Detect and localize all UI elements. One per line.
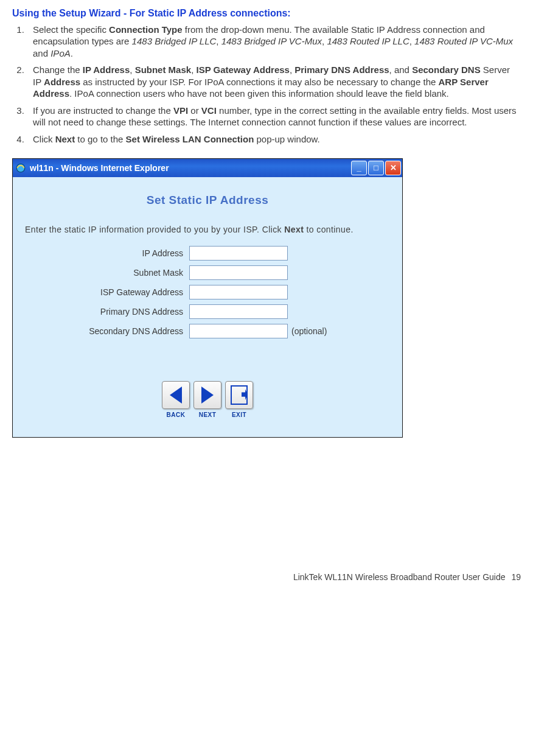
window-titlebar: wl11n - Windows Internet Explorer _ □ ✕ [13,159,402,177]
steps-list: Select the specific Connection Type from… [27,24,521,145]
step-1: Select the specific Connection Type from… [27,24,521,60]
input-subnet-mask[interactable] [189,265,288,280]
back-button[interactable]: BACK [162,381,190,419]
step-4: Click Next to go to the Set Wireless LAN… [27,133,521,145]
label-secondary-dns: Secondary DNS Address [25,326,189,337]
label-primary-dns: Primary DNS Address [25,306,189,317]
wizard-window: wl11n - Windows Internet Explorer _ □ ✕ … [12,158,403,438]
window-title: wl11n - Windows Internet Explorer [30,163,169,173]
input-isp-gateway[interactable] [189,285,288,299]
ie-icon [15,163,26,173]
exit-button[interactable]: EXIT [225,381,253,419]
minimize-button[interactable]: _ [351,161,367,175]
input-ip-address[interactable] [189,246,288,261]
optional-note: (optional) [291,326,327,337]
footer-text: LinkTek WL11N Wireless Broadband Router … [293,572,506,582]
page-number: 19 [511,572,521,582]
wizard-intro: Enter the static IP information provided… [25,224,390,235]
maximize-button[interactable]: □ [368,161,384,175]
wizard-title: Set Static IP Address [25,193,390,208]
label-subnet-mask: Subnet Mask [25,267,189,278]
label-isp-gateway: ISP Gateway Address [25,287,189,298]
next-button[interactable]: NEXT [193,381,221,419]
step-3: If you are instructed to change the VPI … [27,105,521,128]
label-ip-address: IP Address [25,248,189,259]
input-secondary-dns[interactable] [189,324,288,338]
step-2: Change the IP Address, Subnet Mask, ISP … [27,64,521,100]
section-heading: Using the Setup Wizard - For Static IP A… [12,7,521,20]
exit-icon [231,385,248,405]
input-primary-dns[interactable] [189,304,288,319]
arrow-left-icon [170,387,182,404]
page-footer: LinkTek WL11N Wireless Broadband Router … [12,572,521,583]
arrow-right-icon [201,387,214,404]
close-button[interactable]: ✕ [385,161,401,175]
